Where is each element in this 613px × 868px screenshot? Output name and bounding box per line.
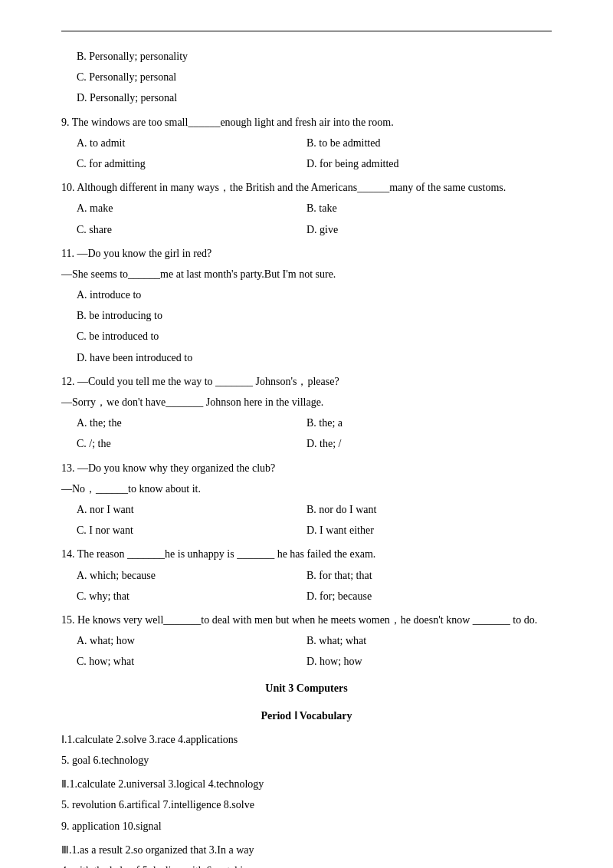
q13-option-a: A. nor I want — [61, 500, 306, 519]
roman-I-line2: 5. goal 6.technology — [61, 751, 552, 770]
q13-subtext: —No，______to know about it. — [61, 479, 552, 498]
q12-subtext: —Sorry，we don't have_______ Johnson here… — [61, 393, 552, 412]
q13-option-b: B. nor do I want — [306, 500, 552, 519]
q14-options-row2: C. why; that D. for; because — [61, 587, 552, 606]
q11-text: 11. —Do you know the girl in red? — [61, 248, 211, 259]
q9-options-row1: A. to admit B. to be admitted — [61, 133, 552, 153]
q15-option-b: B. what; what — [306, 631, 552, 650]
option-c: C. Personally; personal — [61, 67, 552, 87]
q12-option-a: A. the; the — [61, 413, 306, 432]
roman-II-line2: 5. revolution 6.artifical 7.intelligence… — [61, 795, 552, 814]
roman-I-line1: Ⅰ.1.calculate 2.solve 3.race 4.applicati… — [61, 730, 552, 749]
option-c-text: C. Personally; personal — [77, 71, 176, 83]
page: B. Personally; personality C. Personally… — [0, 0, 613, 868]
q10-option-d: D. give — [306, 220, 552, 239]
q9-option-a: A. to admit — [61, 133, 306, 153]
period-subtitle: Period Ⅰ Vocabulary — [61, 706, 552, 725]
q9-options-row2: C. for admitting D. for being admitted — [61, 154, 552, 173]
q9-option-d: D. for being admitted — [306, 154, 552, 173]
q14-options-row1: A. which; because B. for that; that — [61, 566, 552, 585]
q11-option-a: A. introduce to — [61, 285, 552, 304]
option-b: B. Personally; personality — [61, 47, 552, 66]
q14-option-a: A. which; because — [61, 566, 306, 585]
option-d: D. Personally; personal — [61, 88, 552, 107]
q12-options-row2: C. /; the D. the; / — [61, 434, 552, 453]
q11-option-b: B. be introducing to — [61, 306, 552, 325]
q10-options-row1: A. make B. take — [61, 199, 552, 218]
question-11: 11. —Do you know the girl in red? — [61, 244, 552, 263]
q14-text: 14. The reason _______he is unhappy is _… — [61, 548, 375, 560]
q12-option-d: D. the; / — [306, 434, 552, 453]
q13-option-d: D. I want either — [306, 521, 552, 540]
q12-option-b: B. the; a — [306, 413, 552, 432]
q10-text: 10. Although different in many ways，the … — [61, 182, 506, 193]
q15-option-c: C. how; what — [61, 652, 306, 671]
q15-options-row1: A. what; how B. what; what — [61, 631, 552, 650]
content-area: B. Personally; personality C. Personally… — [61, 47, 552, 868]
q13-options-row1: A. nor I want B. nor do I want — [61, 500, 552, 519]
q10-option-c: C. share — [61, 220, 306, 239]
q12-option-c: C. /; the — [61, 434, 306, 453]
q13-option-c: C. I nor want — [61, 521, 306, 540]
q10-option-b: B. take — [306, 199, 552, 218]
q11-option-c: C. be introduced to — [61, 327, 552, 346]
question-15: 15. He knows very well_______to deal wit… — [61, 610, 552, 630]
question-14: 14. The reason _______he is unhappy is _… — [61, 544, 552, 564]
roman-III-line1: Ⅲ.1.as a result 2.so organized that 3.In… — [61, 840, 552, 860]
q14-option-b: B. for that; that — [306, 566, 552, 585]
top-divider — [61, 31, 552, 31]
q14-option-c: C. why; that — [61, 587, 306, 606]
roman-III-line2: 4. with the help of 5.dealing with 6.wat… — [61, 861, 552, 868]
question-13: 13. —Do you know why they organized the … — [61, 459, 552, 478]
option-b-text: B. Personally; personality — [77, 51, 188, 62]
q9-option-b: B. to be admitted — [306, 133, 552, 153]
q15-options-row2: C. how; what D. how; how — [61, 652, 552, 671]
q12-text: 12. —Could you tell me the way to ______… — [61, 376, 339, 387]
question-12: 12. —Could you tell me the way to ______… — [61, 372, 552, 391]
unit-title: Unit 3 Computers — [61, 679, 552, 698]
roman-section-II: Ⅱ.1.calculate 2.universal 3.logical 4.te… — [61, 774, 552, 836]
roman-section-III: Ⅲ.1.as a result 2.so organized that 3.In… — [61, 840, 552, 868]
q9-text: 9. The windows are too small______enough… — [61, 117, 394, 128]
q10-options-row2: C. share D. give — [61, 220, 552, 239]
q15-option-d: D. how; how — [306, 652, 552, 671]
question-9: 9. The windows are too small______enough… — [61, 113, 552, 132]
roman-II-line3: 9. application 10.signal — [61, 817, 552, 836]
q14-option-d: D. for; because — [306, 587, 552, 606]
q11-subtext: —She seems to______me at last month's pa… — [61, 265, 552, 284]
q15-text: 15. He knows very well_______to deal wit… — [61, 614, 537, 626]
roman-section-I: Ⅰ.1.calculate 2.solve 3.race 4.applicati… — [61, 730, 552, 770]
q9-option-c: C. for admitting — [61, 154, 306, 173]
q12-options-row1: A. the; the B. the; a — [61, 413, 552, 432]
roman-II-line1: Ⅱ.1.calculate 2.universal 3.logical 4.te… — [61, 774, 552, 794]
q13-options-row2: C. I nor want D. I want either — [61, 521, 552, 540]
q15-option-a: A. what; how — [61, 631, 306, 650]
question-10: 10. Although different in many ways，the … — [61, 178, 552, 197]
option-d-text: D. Personally; personal — [77, 92, 177, 104]
q13-text: 13. —Do you know why they organized the … — [61, 462, 275, 474]
q10-option-a: A. make — [61, 199, 306, 218]
q11-option-d: D. have been introduced to — [61, 348, 552, 367]
